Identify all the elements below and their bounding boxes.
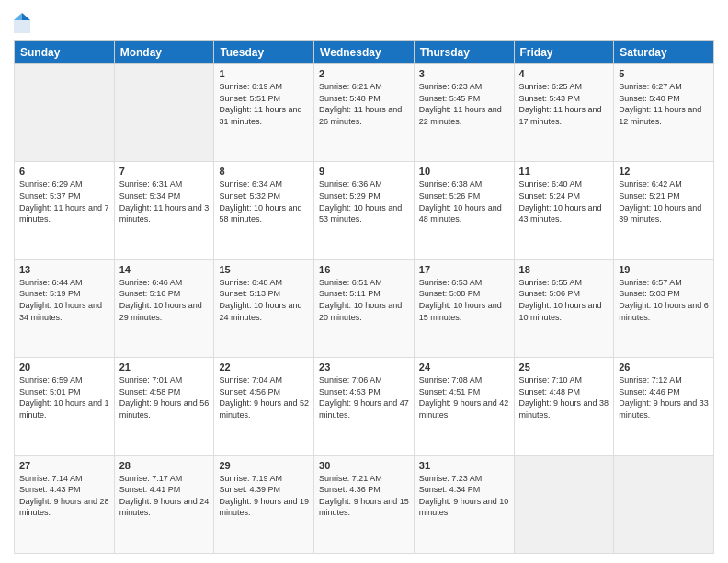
sunrise-text: Sunrise: 6:29 AM (19, 179, 83, 189)
calendar-day-cell: 17 Sunrise: 6:53 AM Sunset: 5:08 PM Dayl… (414, 259, 514, 357)
sunset-text: Sunset: 4:41 PM (119, 485, 181, 494)
calendar-day-cell: 9 Sunrise: 6:36 AM Sunset: 5:29 PM Dayli… (314, 162, 415, 259)
calendar-day-cell (514, 455, 614, 553)
weekday-header: Monday (114, 41, 214, 64)
daylight-text: Daylight: 11 hours and 17 minutes. (519, 105, 602, 126)
daylight-text: Daylight: 9 hours and 10 minutes. (419, 497, 509, 518)
daylight-text: Daylight: 11 hours and 26 minutes. (319, 105, 402, 126)
sunset-text: Sunset: 5:03 PM (619, 289, 680, 298)
daylight-text: Daylight: 10 hours and 1 minute. (19, 398, 109, 419)
calendar-day-cell: 24 Sunrise: 7:08 AM Sunset: 4:51 PM Dayl… (414, 358, 514, 455)
sunrise-text: Sunrise: 6:31 AM (119, 179, 183, 189)
sunset-text: Sunset: 4:36 PM (319, 485, 381, 494)
day-info: Sunrise: 7:08 AM Sunset: 4:51 PM Dayligh… (419, 374, 509, 420)
day-number: 25 (519, 362, 609, 373)
logo (14, 13, 32, 33)
calendar-day-cell (114, 64, 214, 162)
sunrise-text: Sunrise: 6:57 AM (619, 278, 682, 287)
calendar-week-row: 13 Sunrise: 6:44 AM Sunset: 5:19 PM Dayl… (15, 259, 714, 357)
sunset-text: Sunset: 5:26 PM (419, 191, 481, 201)
sunset-text: Sunset: 4:58 PM (119, 387, 181, 396)
day-number: 4 (519, 68, 609, 79)
sunrise-text: Sunrise: 6:23 AM (419, 82, 483, 91)
sunset-text: Sunset: 5:19 PM (19, 289, 81, 298)
day-number: 28 (119, 460, 210, 471)
daylight-text: Daylight: 10 hours and 48 minutes. (419, 203, 502, 224)
day-info: Sunrise: 6:55 AM Sunset: 5:06 PM Dayligh… (519, 277, 609, 323)
sunset-text: Sunset: 4:39 PM (219, 485, 280, 494)
day-info: Sunrise: 6:25 AM Sunset: 5:43 PM Dayligh… (519, 81, 609, 127)
day-info: Sunrise: 7:23 AM Sunset: 4:34 PM Dayligh… (419, 473, 509, 519)
calendar-day-cell: 1 Sunrise: 6:19 AM Sunset: 5:51 PM Dayli… (214, 64, 314, 162)
day-number: 10 (419, 166, 509, 177)
calendar-day-cell: 11 Sunrise: 6:40 AM Sunset: 5:24 PM Dayl… (514, 162, 614, 259)
day-info: Sunrise: 7:04 AM Sunset: 4:56 PM Dayligh… (219, 374, 309, 420)
sunset-text: Sunset: 4:48 PM (519, 387, 581, 396)
day-info: Sunrise: 6:46 AM Sunset: 5:16 PM Dayligh… (119, 277, 210, 323)
daylight-text: Daylight: 10 hours and 6 minutes. (619, 301, 709, 322)
day-info: Sunrise: 6:57 AM Sunset: 5:03 PM Dayligh… (619, 277, 709, 323)
day-number: 11 (519, 166, 609, 177)
day-info: Sunrise: 7:19 AM Sunset: 4:39 PM Dayligh… (219, 473, 309, 519)
day-info: Sunrise: 6:27 AM Sunset: 5:40 PM Dayligh… (619, 81, 709, 127)
day-number: 30 (319, 460, 409, 471)
day-number: 31 (419, 460, 509, 471)
sunrise-text: Sunrise: 6:21 AM (319, 82, 382, 91)
day-info: Sunrise: 6:40 AM Sunset: 5:24 PM Dayligh… (519, 178, 609, 224)
sunrise-text: Sunrise: 6:42 AM (619, 179, 682, 189)
sunrise-text: Sunrise: 6:44 AM (19, 278, 83, 287)
day-number: 18 (519, 264, 609, 275)
daylight-text: Daylight: 9 hours and 38 minutes. (519, 398, 609, 419)
calendar-week-row: 20 Sunrise: 6:59 AM Sunset: 5:01 PM Dayl… (15, 358, 714, 455)
weekday-header: Sunday (15, 41, 115, 64)
daylight-text: Daylight: 10 hours and 43 minutes. (519, 203, 602, 224)
calendar-day-cell: 22 Sunrise: 7:04 AM Sunset: 4:56 PM Dayl… (214, 358, 314, 455)
sunrise-text: Sunrise: 6:51 AM (319, 278, 382, 287)
calendar-day-cell: 20 Sunrise: 6:59 AM Sunset: 5:01 PM Dayl… (15, 358, 115, 455)
sunset-text: Sunset: 5:21 PM (619, 191, 680, 201)
day-number: 21 (119, 362, 210, 373)
calendar-day-cell: 23 Sunrise: 7:06 AM Sunset: 4:53 PM Dayl… (314, 358, 415, 455)
day-number: 8 (219, 166, 309, 177)
svg-marker-2 (14, 13, 22, 20)
calendar-day-cell: 4 Sunrise: 6:25 AM Sunset: 5:43 PM Dayli… (514, 64, 614, 162)
sunset-text: Sunset: 4:53 PM (319, 387, 381, 396)
calendar-day-cell (15, 64, 115, 162)
sunrise-text: Sunrise: 7:08 AM (419, 375, 483, 385)
sunset-text: Sunset: 5:34 PM (119, 191, 181, 201)
svg-marker-1 (22, 13, 30, 20)
daylight-text: Daylight: 10 hours and 15 minutes. (419, 301, 502, 322)
day-number: 9 (319, 166, 409, 177)
sunrise-text: Sunrise: 6:27 AM (619, 82, 682, 91)
calendar-header-row: SundayMondayTuesdayWednesdayThursdayFrid… (15, 41, 714, 64)
calendar-day-cell: 5 Sunrise: 6:27 AM Sunset: 5:40 PM Dayli… (614, 64, 714, 162)
day-number: 14 (119, 264, 210, 275)
day-info: Sunrise: 7:10 AM Sunset: 4:48 PM Dayligh… (519, 374, 609, 420)
day-info: Sunrise: 6:51 AM Sunset: 5:11 PM Dayligh… (319, 277, 409, 323)
daylight-text: Daylight: 11 hours and 22 minutes. (419, 105, 502, 126)
day-info: Sunrise: 6:21 AM Sunset: 5:48 PM Dayligh… (319, 81, 409, 127)
day-number: 29 (219, 460, 309, 471)
page-header (14, 9, 714, 33)
day-number: 27 (19, 460, 109, 471)
day-info: Sunrise: 6:53 AM Sunset: 5:08 PM Dayligh… (419, 277, 509, 323)
day-number: 13 (19, 264, 109, 275)
sunset-text: Sunset: 5:01 PM (19, 387, 81, 396)
calendar-day-cell: 28 Sunrise: 7:17 AM Sunset: 4:41 PM Dayl… (114, 455, 214, 553)
day-number: 26 (619, 362, 709, 373)
daylight-text: Daylight: 10 hours and 10 minutes. (519, 301, 602, 322)
day-number: 24 (419, 362, 509, 373)
day-info: Sunrise: 6:34 AM Sunset: 5:32 PM Dayligh… (219, 178, 309, 224)
day-number: 15 (219, 264, 309, 275)
sunset-text: Sunset: 4:51 PM (419, 387, 481, 396)
calendar-week-row: 1 Sunrise: 6:19 AM Sunset: 5:51 PM Dayli… (15, 64, 714, 162)
calendar-table: SundayMondayTuesdayWednesdayThursdayFrid… (14, 40, 714, 554)
day-info: Sunrise: 6:31 AM Sunset: 5:34 PM Dayligh… (119, 178, 210, 224)
weekday-header: Wednesday (314, 41, 415, 64)
day-number: 20 (19, 362, 109, 373)
sunset-text: Sunset: 5:37 PM (19, 191, 81, 201)
day-info: Sunrise: 6:44 AM Sunset: 5:19 PM Dayligh… (19, 277, 109, 323)
sunset-text: Sunset: 5:40 PM (619, 94, 680, 103)
daylight-text: Daylight: 10 hours and 53 minutes. (319, 203, 402, 224)
sunset-text: Sunset: 5:43 PM (519, 94, 581, 103)
